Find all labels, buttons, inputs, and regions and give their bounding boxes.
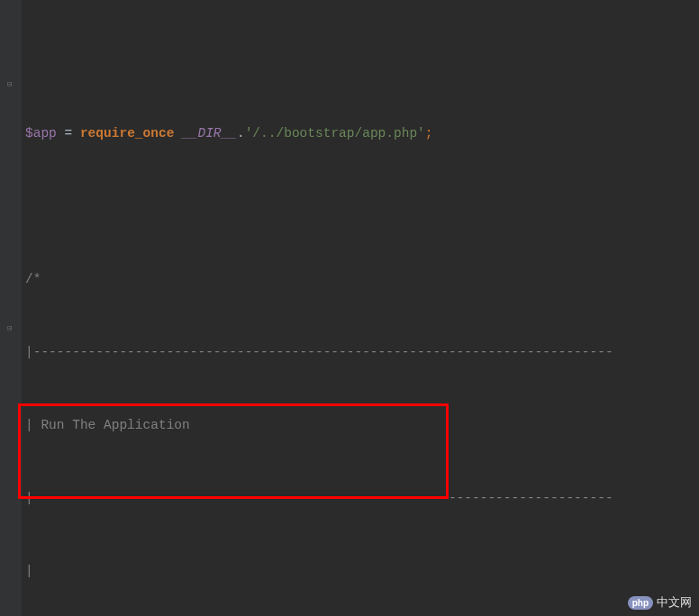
code-line [22,195,699,219]
comment-line: | Run The Application [22,413,699,438]
comment-line: | [22,559,699,584]
comment-line: |---------------------------------------… [22,340,699,365]
gutter: ⊟ ⊟ [0,0,22,616]
fold-icon[interactable]: ⊟ [7,80,16,89]
watermark-text: 中文网 [657,594,692,611]
watermark: php 中文网 [628,594,692,611]
watermark-badge: php [628,596,653,610]
comment-line: /* [22,267,699,292]
code-editor: ⊟ ⊟ $app = require_once __DIR__.'/../boo… [0,0,699,616]
fold-icon[interactable]: ⊟ [7,324,16,333]
code-line: $app = require_once __DIR__.'/../bootstr… [22,122,699,146]
comment-line: |---------------------------------------… [22,486,699,511]
code-area[interactable]: $app = require_once __DIR__.'/../bootstr… [22,0,699,616]
code-line [22,49,699,73]
